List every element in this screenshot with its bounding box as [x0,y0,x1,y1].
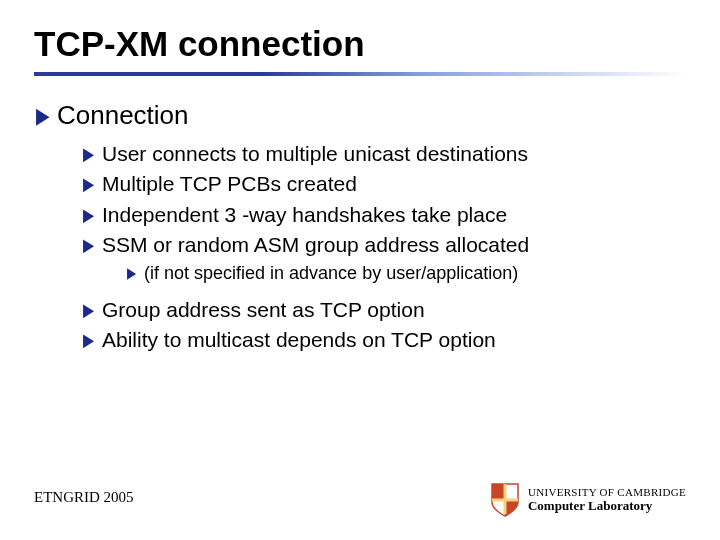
bullet-lvl2: ▶ Independent 3 -way handshakes take pla… [82,202,686,228]
footer-logo-text: UNIVERSITY OF CAMBRIDGE Computer Laborat… [528,487,686,512]
bullet-lvl2-text: Group address sent as TCP option [102,297,425,323]
bullet-icon: ▶ [83,204,94,226]
bullet-lvl2: ▶ Multiple TCP PCBs created [82,171,686,197]
title-underline [34,72,686,76]
bullet-lvl2-text: User connects to multiple unicast destin… [102,141,528,167]
bullet-icon: ▶ [83,329,94,351]
bullet-lvl2: ▶ User connects to multiple unicast dest… [82,141,686,167]
bullet-lvl2-text: Multiple TCP PCBs created [102,171,357,197]
bullet-icon: ▶ [127,263,137,282]
bullet-lvl1: ▶ Connection [34,100,686,131]
bullet-icon: ▶ [83,173,94,195]
bullet-icon: ▶ [36,102,50,129]
bullet-icon: ▶ [83,143,94,165]
bullet-lvl2: ▶ Group address sent as TCP option [82,297,686,323]
slide-title: TCP-XM connection [34,24,365,64]
svg-rect-1 [492,499,518,502]
bullet-lvl2: ▶ Ability to multicast depends on TCP op… [82,327,686,353]
bullet-lvl2-text: SSM or random ASM group address allocate… [102,232,529,258]
footer-left: ETNGRID 2005 [34,489,134,506]
cambridge-shield-icon [490,482,520,518]
bullet-icon: ▶ [83,234,94,256]
footer-logo-lab: Computer Laboratory [528,499,686,513]
footer-logo: UNIVERSITY OF CAMBRIDGE Computer Laborat… [490,482,686,518]
bullet-lvl3: ▶ (if not specified in advance by user/a… [126,262,686,285]
content-area: ▶ Connection ▶ User connects to multiple… [34,100,686,357]
bullet-lvl3-text: (if not specified in advance by user/app… [144,262,518,285]
slide: TCP-XM connection ▶ Connection ▶ User co… [0,0,720,540]
bullet-lvl1-text: Connection [57,100,189,131]
bullet-lvl2-text: Independent 3 -way handshakes take place [102,202,507,228]
bullet-lvl2-text: Ability to multicast depends on TCP opti… [102,327,496,353]
bullet-lvl2: ▶ SSM or random ASM group address alloca… [82,232,686,258]
bullet-icon: ▶ [83,299,94,321]
